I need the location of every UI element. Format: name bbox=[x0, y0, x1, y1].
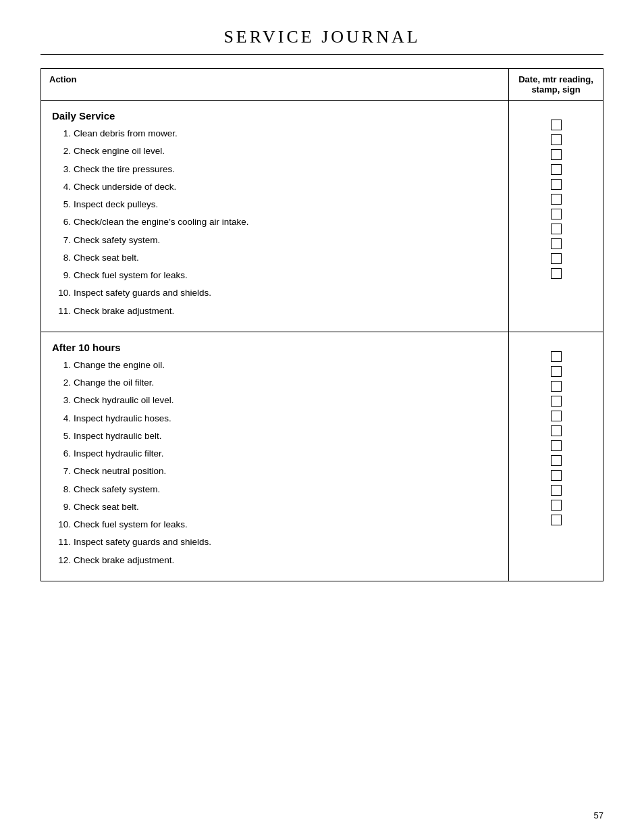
list-item: 2.Check engine oil level. bbox=[52, 145, 500, 158]
list-item: 4.Check underside of deck. bbox=[52, 180, 500, 194]
checkbox-daily-service-1[interactable] bbox=[551, 120, 562, 130]
list-item: 9.Check fuel system for leaks. bbox=[52, 269, 500, 282]
list-item-text: Inspect deck pulleys. bbox=[74, 198, 158, 211]
checkbox-after-10-hours-11[interactable] bbox=[551, 500, 562, 511]
checkbox-daily-service-7[interactable] bbox=[551, 209, 562, 219]
checkbox-after-10-hours-7[interactable] bbox=[551, 440, 562, 451]
checkbox-after-10-hours-6[interactable] bbox=[551, 425, 562, 436]
page-number: 57 bbox=[594, 810, 603, 820]
checkbox-after-10-hours-2[interactable] bbox=[551, 366, 562, 377]
list-item-number: 10. bbox=[52, 286, 71, 300]
section-after-10-hours-list: 1.Change the engine oil.2.Change the oil… bbox=[52, 359, 500, 567]
list-item-number: 4. bbox=[52, 412, 71, 425]
list-item-text: Check neutral position. bbox=[74, 465, 166, 478]
list-item: 8.Check safety system. bbox=[52, 483, 500, 496]
checkbox-after-10-hours-5[interactable] bbox=[551, 411, 562, 421]
checkbox-daily-service-10[interactable] bbox=[551, 253, 562, 264]
date-header: Date, mtr reading, stamp, sign bbox=[509, 69, 603, 101]
list-item-number: 2. bbox=[52, 376, 71, 390]
service-journal-table: Action Date, mtr reading, stamp, sign Da… bbox=[41, 68, 603, 581]
list-item-number: 3. bbox=[52, 394, 71, 407]
list-item: 11.Check brake adjustment. bbox=[52, 305, 500, 318]
checkbox-daily-service-8[interactable] bbox=[551, 224, 562, 234]
section-after-10-hours-action-cell: After 10 hours1.Change the engine oil.2.… bbox=[41, 332, 509, 581]
list-item: 7.Check safety system. bbox=[52, 234, 500, 247]
list-item: 5.Inspect deck pulleys. bbox=[52, 198, 500, 211]
list-item-number: 2. bbox=[52, 145, 71, 158]
checkbox-after-10-hours-4[interactable] bbox=[551, 396, 562, 407]
action-header: Action bbox=[41, 69, 509, 101]
list-item-text: Check safety system. bbox=[74, 483, 160, 496]
section-daily-service-action-cell: Daily Service1.Clean debris from mower.2… bbox=[41, 101, 509, 332]
list-item-number: 1. bbox=[52, 359, 71, 372]
list-item-text: Check fuel system for leaks. bbox=[74, 269, 188, 282]
checkbox-daily-service-9[interactable] bbox=[551, 238, 562, 249]
list-item: 1.Change the engine oil. bbox=[52, 359, 500, 372]
title-divider bbox=[41, 54, 603, 55]
list-item-text: Check brake adjustment. bbox=[74, 554, 174, 567]
list-item-text: Change the oil filter. bbox=[74, 376, 154, 390]
list-item-number: 8. bbox=[52, 483, 71, 496]
list-item: 6.Inspect hydraulic filter. bbox=[52, 447, 500, 461]
checkbox-after-10-hours-8[interactable] bbox=[551, 455, 562, 466]
list-item-number: 3. bbox=[52, 163, 71, 176]
checkbox-daily-service-5[interactable] bbox=[551, 179, 562, 190]
list-item-text: Inspect safety guards and shields. bbox=[74, 536, 211, 549]
list-item-text: Clean debris from mower. bbox=[74, 127, 178, 140]
checkbox-daily-service-3[interactable] bbox=[551, 149, 562, 160]
list-item-number: 6. bbox=[52, 447, 71, 461]
checkbox-daily-service-4[interactable] bbox=[551, 164, 562, 175]
list-item-text: Check hydraulic oil level. bbox=[74, 394, 174, 407]
checkbox-after-10-hours-1[interactable] bbox=[551, 351, 562, 362]
list-item-text: Check the tire pressures. bbox=[74, 163, 175, 176]
list-item: 1.Clean debris from mower. bbox=[52, 127, 500, 140]
list-item-number: 11. bbox=[52, 536, 71, 549]
list-item-text: Inspect safety guards and shields. bbox=[74, 286, 211, 300]
list-item: 11.Inspect safety guards and shields. bbox=[52, 536, 500, 549]
list-item-text: Check safety system. bbox=[74, 234, 160, 247]
list-item-text: Inspect hydraulic hoses. bbox=[74, 412, 171, 425]
list-item-text: Check seat belt. bbox=[74, 500, 139, 514]
list-item: 8.Check seat belt. bbox=[52, 251, 500, 265]
list-item-text: Check brake adjustment. bbox=[74, 305, 174, 318]
list-item-number: 10. bbox=[52, 518, 71, 531]
list-item: 7.Check neutral position. bbox=[52, 465, 500, 478]
section-after-10-hours-title: After 10 hours bbox=[52, 342, 500, 353]
list-item-text: Check/clean the engine’s cooling air int… bbox=[74, 215, 248, 229]
list-item-number: 4. bbox=[52, 180, 71, 194]
checkbox-daily-service-11[interactable] bbox=[551, 268, 562, 279]
list-item-text: Check fuel system for leaks. bbox=[74, 518, 188, 531]
list-item: 5.Inspect hydraulic belt. bbox=[52, 429, 500, 443]
section-after-10-hours-date-cell bbox=[509, 332, 603, 581]
list-item-text: Inspect hydraulic belt. bbox=[74, 429, 162, 443]
checkbox-daily-service-2[interactable] bbox=[551, 134, 562, 145]
list-item-number: 11. bbox=[52, 305, 71, 318]
section-daily-service-checkboxes bbox=[517, 110, 595, 279]
checkbox-after-10-hours-10[interactable] bbox=[551, 485, 562, 496]
list-item-number: 6. bbox=[52, 215, 71, 229]
section-daily-service-list: 1.Clean debris from mower.2.Check engine… bbox=[52, 127, 500, 318]
list-item: 10.Check fuel system for leaks. bbox=[52, 518, 500, 531]
checkbox-after-10-hours-12[interactable] bbox=[551, 515, 562, 525]
list-item-number: 9. bbox=[52, 269, 71, 282]
list-item-number: 7. bbox=[52, 234, 71, 247]
list-item-number: 12. bbox=[52, 554, 71, 567]
list-item-text: Check engine oil level. bbox=[74, 145, 165, 158]
list-item-text: Inspect hydraulic filter. bbox=[74, 447, 164, 461]
list-item-number: 5. bbox=[52, 429, 71, 443]
list-item: 2.Change the oil filter. bbox=[52, 376, 500, 390]
checkbox-after-10-hours-3[interactable] bbox=[551, 381, 562, 392]
list-item: 3.Check hydraulic oil level. bbox=[52, 394, 500, 407]
list-item-text: Check underside of deck. bbox=[74, 180, 176, 194]
list-item-number: 5. bbox=[52, 198, 71, 211]
section-daily-service-title: Daily Service bbox=[52, 110, 500, 122]
list-item-number: 1. bbox=[52, 127, 71, 140]
list-item: 6.Check/clean the engine’s cooling air i… bbox=[52, 215, 500, 229]
checkbox-daily-service-6[interactable] bbox=[551, 194, 562, 205]
list-item: 4.Inspect hydraulic hoses. bbox=[52, 412, 500, 425]
checkbox-after-10-hours-9[interactable] bbox=[551, 470, 562, 481]
list-item: 9.Check seat belt. bbox=[52, 500, 500, 514]
list-item: 12.Check brake adjustment. bbox=[52, 554, 500, 567]
page-title: SERVICE JOURNAL bbox=[41, 27, 603, 47]
list-item-text: Change the engine oil. bbox=[74, 359, 165, 372]
